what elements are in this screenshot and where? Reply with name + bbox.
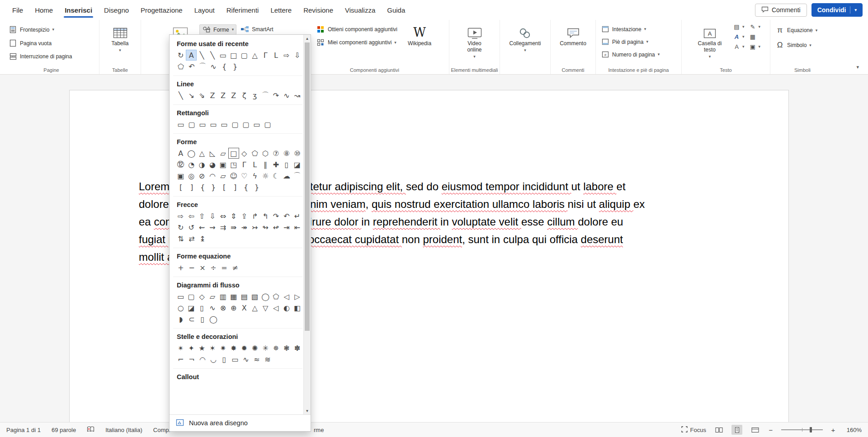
signature-line-button[interactable]: ✎ ▾ — [749, 23, 761, 30]
menu-tab-home[interactable]: Home — [29, 1, 59, 19]
shape-cell[interactable]: ▭ — [218, 50, 228, 61]
shape-cell[interactable]: } — [208, 182, 219, 193]
shape-cell[interactable]: ✷ — [218, 343, 228, 353]
shape-cell[interactable]: ▧ — [250, 291, 260, 302]
shape-cell[interactable]: ⇄ — [186, 233, 197, 244]
shape-cell[interactable]: ◠ — [207, 170, 217, 181]
shape-cell[interactable]: ⇘ — [197, 90, 207, 101]
shape-cell[interactable]: ⊘ — [197, 170, 207, 181]
page-break-button[interactable]: Interruzione di pagina — [6, 52, 74, 61]
shape-cell[interactable]: ✽ — [292, 343, 302, 353]
shape-cell[interactable]: ⇥ — [281, 222, 292, 233]
shape-cell[interactable]: ⇧ — [197, 211, 207, 221]
shape-cell[interactable]: } — [230, 61, 241, 72]
menu-tab-lettere[interactable]: Lettere — [264, 1, 297, 19]
shape-cell[interactable]: ◪ — [186, 302, 196, 313]
blank-page-button[interactable]: Pagina vuota — [6, 38, 54, 48]
shape-cell[interactable]: ◎ — [186, 170, 196, 181]
shape-cell[interactable]: A — [186, 50, 196, 61]
shape-cell[interactable]: ✸ — [228, 343, 239, 353]
shape-cell[interactable]: ⌒ — [292, 170, 302, 181]
shape-cell[interactable]: ↰ — [260, 211, 270, 221]
shape-cell[interactable]: ⇤ — [292, 222, 302, 233]
object-button[interactable]: ▣ ▾ — [749, 43, 761, 50]
shape-cell[interactable]: ◁ — [281, 291, 292, 302]
shape-cell[interactable]: ▱ — [218, 170, 228, 181]
dropdown-scrollbar[interactable]: ▲ ▼ — [303, 35, 311, 414]
shape-cell[interactable]: ◔ — [186, 159, 196, 170]
share-button[interactable]: Condividi ▾ — [811, 3, 863, 17]
shape-cell[interactable]: ↣ — [250, 222, 260, 233]
table-button[interactable]: Tabella ▾ — [108, 23, 132, 54]
shape-cell[interactable]: Γ — [239, 159, 250, 170]
shape-cell[interactable]: ◳ — [228, 159, 239, 170]
shape-cell[interactable]: ⬠ — [250, 148, 260, 159]
shape-cell[interactable]: ⌒ — [197, 61, 208, 72]
shape-cell[interactable]: ¬ — [186, 354, 197, 365]
smartart-button[interactable]: SmartArt — [238, 24, 275, 34]
shape-cell[interactable]: = — [219, 262, 230, 273]
focus-mode-button[interactable]: Focus — [681, 426, 706, 434]
shape-cell[interactable]: ◁ — [271, 302, 281, 313]
shape-cell[interactable]: × — [197, 262, 208, 273]
shape-cell[interactable]: ↠ — [239, 222, 250, 233]
shape-cell[interactable]: Z — [207, 90, 217, 101]
proofing-status-icon[interactable] — [87, 426, 94, 434]
shape-cell[interactable]: ◇ — [197, 291, 207, 302]
shape-cell[interactable]: ↘ — [186, 90, 196, 101]
shape-cell[interactable]: ✴ — [175, 343, 186, 353]
shape-cell[interactable]: ★ — [197, 343, 207, 353]
text-box-button[interactable]: A Casella di testo ▾ — [691, 23, 728, 60]
zoom-in-button[interactable]: + — [830, 426, 836, 434]
footer-button[interactable]: Piè di pagina ▾ — [599, 37, 651, 47]
shape-cell[interactable]: ▭ — [251, 119, 262, 130]
shape-cell[interactable]: ⇔ — [218, 211, 228, 221]
shape-cell[interactable]: ⑧ — [281, 148, 292, 159]
shape-cell[interactable]: ▣ — [175, 170, 186, 181]
shape-cell[interactable]: ▭ — [175, 119, 186, 130]
shape-cell[interactable]: △ — [250, 302, 260, 313]
zoom-slider[interactable] — [781, 427, 823, 433]
collapse-ribbon-button[interactable]: ▾ — [853, 63, 863, 71]
shape-cell[interactable]: { — [197, 182, 208, 193]
shape-cell[interactable]: ✦ — [186, 343, 196, 353]
links-button[interactable]: Collegamenti ▾ — [505, 23, 544, 54]
menu-tab-revisione[interactable]: Revisione — [297, 1, 339, 19]
scroll-down-arrow[interactable]: ▼ — [304, 407, 311, 414]
language-status[interactable]: Italiano (Italia) — [105, 427, 142, 433]
shape-cell[interactable]: ▭ — [230, 354, 241, 365]
shape-cell[interactable]: } — [251, 182, 262, 193]
shape-cell[interactable]: ▭ — [175, 291, 186, 302]
shape-cell[interactable]: ✳ — [260, 343, 270, 353]
shape-cell[interactable]: ▷ — [292, 291, 302, 302]
zoom-percentage[interactable]: 160% — [844, 427, 862, 433]
shape-cell[interactable]: ▣ — [218, 159, 228, 170]
shape-cell[interactable]: ▢ — [262, 119, 273, 130]
shape-cell[interactable]: ⇨ — [175, 211, 186, 221]
shape-cell[interactable]: ↱ — [250, 211, 260, 221]
shape-cell[interactable]: ↶ — [186, 61, 197, 72]
shape-cell[interactable]: ▤ — [239, 291, 250, 302]
shape-cell[interactable]: ] — [186, 182, 197, 193]
shape-cell[interactable]: ◠ — [197, 354, 208, 365]
shape-cell[interactable]: ✵ — [271, 343, 281, 353]
shape-cell[interactable]: ╲ — [207, 50, 217, 61]
shape-cell[interactable]: ╲ — [175, 90, 186, 101]
shape-cell[interactable]: ✶ — [207, 343, 217, 353]
print-layout-button[interactable] — [731, 425, 742, 435]
wikipedia-button[interactable]: W Wikipedia — [404, 23, 435, 48]
shape-cell[interactable]: ] — [230, 182, 241, 193]
shape-cell[interactable]: ⇩ — [207, 211, 217, 221]
quick-parts-button[interactable]: ▤ ▾ — [733, 23, 745, 30]
shape-cell[interactable]: ϟ — [250, 170, 260, 181]
word-count-status[interactable]: 69 parole — [52, 427, 76, 433]
date-time-button[interactable]: ▦ — [749, 33, 761, 40]
shape-cell[interactable]: ▭ — [197, 119, 208, 130]
shape-cell[interactable]: ⑫ — [175, 159, 186, 170]
status-fragment-left[interactable]: Compl — [153, 427, 170, 433]
shape-cell[interactable]: △ — [250, 50, 260, 61]
shape-cell[interactable]: ↵ — [292, 211, 302, 221]
shape-cell[interactable]: ▯ — [219, 354, 230, 365]
shape-cell[interactable]: ∿ — [208, 61, 219, 72]
menu-tab-guida[interactable]: Guida — [381, 1, 411, 19]
